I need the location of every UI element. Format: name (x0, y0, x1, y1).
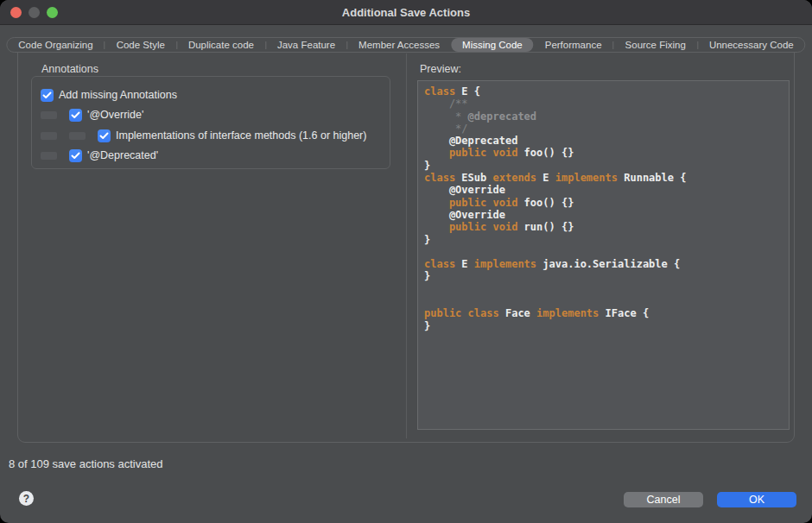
option-row-add-missing-annotations[interactable]: Add missing Annotations (41, 88, 177, 102)
window-title: Additional Save Actions (342, 6, 470, 19)
code-line: class E implements java.io.Serializable … (424, 258, 785, 270)
code-line: } (424, 234, 785, 246)
cancel-button[interactable]: Cancel (624, 492, 703, 507)
code-line: class E { (424, 85, 785, 98)
code-line: * @deprecated (424, 110, 785, 123)
tab-code-style[interactable]: Code Style (105, 38, 176, 52)
checkbox-label: Implementations of interface methods (1.… (116, 129, 366, 142)
tab-source-fixing[interactable]: Source Fixing (614, 38, 697, 52)
window-controls (10, 7, 58, 18)
preview-label: Preview: (420, 63, 461, 75)
option-row-override[interactable]: '@Override' (41, 108, 143, 122)
code-line (424, 295, 785, 307)
option-row-deprecated[interactable]: '@Deprecated' (41, 148, 158, 162)
ok-button[interactable]: OK (717, 492, 796, 507)
help-button[interactable]: ? (19, 491, 34, 506)
code-line: public void run() {} (424, 221, 785, 233)
tab-duplicate-code[interactable]: Duplicate code (177, 38, 265, 52)
preview-code-area: class E { /** * @deprecated */ @Deprecat… (417, 80, 790, 430)
code-line: @Deprecated (424, 135, 785, 147)
option-row-implementations-of-interface-methods-1-6-or-higher[interactable]: Implementations of interface methods (1.… (41, 129, 366, 142)
code-line: } (424, 160, 785, 172)
close-button[interactable] (10, 7, 22, 18)
indent-spacer (69, 132, 86, 140)
status-text: 8 of 109 save actions activated (9, 457, 163, 470)
checkbox-label: Add missing Annotations (59, 89, 177, 101)
tab-member-accesses[interactable]: Member Accesses (347, 38, 451, 52)
dialog-window: Additional Save Actions Code OrganizingC… (0, 0, 812, 523)
indent-spacer (41, 111, 57, 119)
tab-missing-code[interactable]: Missing Code (451, 38, 534, 52)
minimize-button[interactable] (29, 7, 40, 18)
checkbox-override[interactable] (69, 109, 82, 122)
checkbox-add-missing-annotations[interactable] (41, 89, 54, 102)
checkbox-label: '@Override' (87, 109, 143, 121)
indent-spacer (41, 132, 57, 140)
tab-java-feature[interactable]: Java Feature (266, 38, 346, 52)
code-line (424, 246, 785, 258)
checkbox-implementations-of-interface-methods-1-6-or-higher[interactable] (98, 129, 111, 142)
code-line: class ESub extends E implements Runnable… (424, 172, 785, 184)
code-line: @Override (424, 184, 785, 196)
code-line: public void foo() {} (424, 147, 785, 159)
checkbox-deprecated[interactable] (69, 149, 82, 162)
tab-performance[interactable]: Performance (534, 38, 613, 52)
checkbox-label: '@Deprecated' (87, 149, 158, 161)
tab-code-organizing[interactable]: Code Organizing (7, 38, 104, 52)
code-line: */ (424, 123, 785, 135)
code-line: } (424, 270, 785, 282)
code-line: /** (424, 98, 785, 110)
tab-bar: Code OrganizingCode StyleDuplicate codeJ… (6, 37, 805, 53)
panel-divider (406, 54, 407, 438)
code-line: public void foo() {} (424, 197, 785, 209)
code-line: public class Face implements IFace { (424, 307, 785, 319)
code-line: @Override (424, 209, 785, 221)
code-line: } (424, 320, 785, 332)
code-line (424, 283, 785, 295)
title-bar[interactable]: Additional Save Actions (0, 0, 812, 25)
annotations-group-label: Annotations (41, 63, 98, 75)
tab-unnecessary-code[interactable]: Unnecessary Code (698, 38, 805, 52)
indent-spacer (41, 152, 57, 160)
zoom-button[interactable] (47, 7, 58, 18)
